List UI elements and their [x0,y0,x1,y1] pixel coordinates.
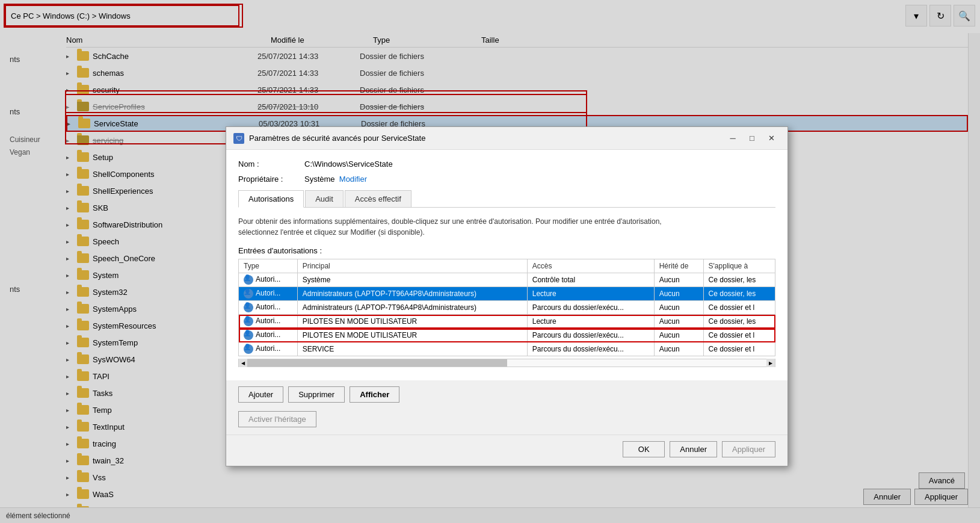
cell-type: Autori... [239,273,298,287]
modal-titlebar: 🛡 Paramètres de sécurité avancés pour Se… [226,127,787,150]
table-row[interactable]: Autori... Administrateurs (LAPTOP-7T96A4… [239,301,775,315]
activer-heritage-button[interactable]: Activer l'héritage [238,411,316,427]
cell-type: Autori... [239,342,298,356]
cell-acces: Parcours du dossier/exécu... [527,301,654,315]
proprietaire-system: Système [304,175,335,184]
modifier-link[interactable]: Modifier [339,175,367,184]
nom-row: Nom : C:\Windows\ServiceState [238,159,775,169]
permissions-table: Type Principal Accès Hérité de S'appliqu… [238,259,775,356]
cell-herite: Aucun [654,301,703,315]
window-controls: ─ □ ✕ [724,132,780,145]
cell-acces: Lecture [527,287,654,301]
tab-audit[interactable]: Audit [305,190,344,208]
table-header-row: Type Principal Accès Hérité de S'appliqu… [239,259,775,273]
table-row-highlighted[interactable]: Autori... PILOTES EN MODE UTILISATEUR Le… [239,315,775,329]
cell-herite: Aucun [654,342,703,356]
annuler-button[interactable]: Annuler [670,441,717,457]
cell-sapplique: Ce dossier et l [703,301,775,315]
cell-principal: Administrateurs (LAPTOP-7T96A4P8\Adminis… [297,287,527,301]
cell-herite: Aucun [654,287,703,301]
shield-icon: 🛡 [236,135,242,142]
modal-title-icon: 🛡 [233,133,244,144]
close-button[interactable]: ✕ [762,132,780,145]
user-icon [244,330,253,340]
cell-principal: SERVICE [297,342,527,356]
cell-type: Autori... [239,287,298,301]
cell-principal: PILOTES EN MODE UTILISATEUR [297,329,527,342]
cell-sapplique: Ce dossier, les [703,287,775,301]
cell-acces: Contrôle total [527,273,654,287]
dialog-actions: OK Annuler Appliquer [226,435,787,466]
nom-value: C:\Windows\ServiceState [304,159,393,169]
cell-herite: Aucun [654,273,703,287]
minimize-button[interactable]: ─ [724,132,742,145]
table-row[interactable]: Autori... Système Contrôle total Aucun C… [239,273,775,287]
cell-acces: Parcours du dossier/exécu... [527,329,654,342]
ok-button[interactable]: OK [623,441,665,457]
cell-sapplique: Ce dossier et l [703,342,775,356]
table-row-highlighted2[interactable]: Autori... PILOTES EN MODE UTILISATEUR Pa… [239,329,775,342]
modal-body: Nom : C:\Windows\ServiceState Propriétai… [226,150,787,380]
table-row[interactable]: Autori... SERVICE Parcours du dossier/ex… [239,342,775,356]
user-icon [244,289,253,299]
col-sapplique: S'applique à [703,259,775,273]
modal-title: Paramètres de sécurité avancés pour Serv… [249,134,724,143]
proprietaire-label: Propriétaire : [238,175,304,184]
table-row-selected[interactable]: Autori... Administrateurs (LAPTOP-7T96A4… [239,287,775,301]
tab-description: Pour obtenir des informations supplément… [238,216,775,238]
appliquer-button[interactable]: Appliquer [722,441,775,457]
user-icon [244,317,253,326]
cell-acces: Parcours du dossier/exécu... [527,342,654,356]
restore-button[interactable]: □ [743,132,761,145]
user-icon [244,344,253,354]
cell-acces: Lecture [527,315,654,329]
cell-principal: Administrateurs (LAPTOP-7T96A4P8\Adminis… [297,301,527,315]
permissions-table-wrapper: Type Principal Accès Hérité de S'appliqu… [238,259,775,371]
col-acces: Accès [527,259,654,273]
cell-type: Autori... [239,315,298,329]
tab-autorisations[interactable]: Autorisations [238,190,304,208]
cell-type: Autori... [239,329,298,342]
nom-label: Nom : [238,159,304,169]
entrees-label: Entrées d'autorisations : [238,246,775,255]
cell-sapplique: Ce dossier et l [703,329,775,342]
col-herite: Hérité de [654,259,703,273]
heritage-footer: Activer l'héritage [226,411,787,435]
scroll-left-arrow[interactable]: ◀ [239,359,247,367]
horizontal-scrollbar[interactable]: ◀ ▶ [238,359,775,367]
supprimer-button[interactable]: Supprimer [288,386,345,403]
modal-footer: Ajouter Supprimer Afficher [226,380,787,411]
afficher-button[interactable]: Afficher [350,386,399,403]
user-icon [244,303,253,312]
user-icon [244,275,253,285]
col-type: Type [239,259,298,273]
scroll-right-arrow[interactable]: ▶ [766,359,775,367]
cell-principal: Système [297,273,527,287]
cell-sapplique: Ce dossier, les [703,315,775,329]
tab-acces-effectif[interactable]: Accès effectif [345,190,411,208]
cell-herite: Aucun [654,315,703,329]
scroll-thumb [247,359,507,367]
cell-sapplique: Ce dossier, les [703,273,775,287]
proprietaire-value: Système Modifier [304,175,367,184]
tab-bar: Autorisations Audit Accès effectif [238,190,775,208]
col-principal: Principal [297,259,527,273]
advanced-security-dialog: 🛡 Paramètres de sécurité avancés pour Se… [226,126,788,466]
cell-principal: PILOTES EN MODE UTILISATEUR [297,315,527,329]
scroll-track [247,359,766,367]
ajouter-button[interactable]: Ajouter [238,386,283,403]
cell-type: Autori... [239,301,298,315]
proprietaire-row: Propriétaire : Système Modifier [238,175,775,184]
cell-herite: Aucun [654,329,703,342]
